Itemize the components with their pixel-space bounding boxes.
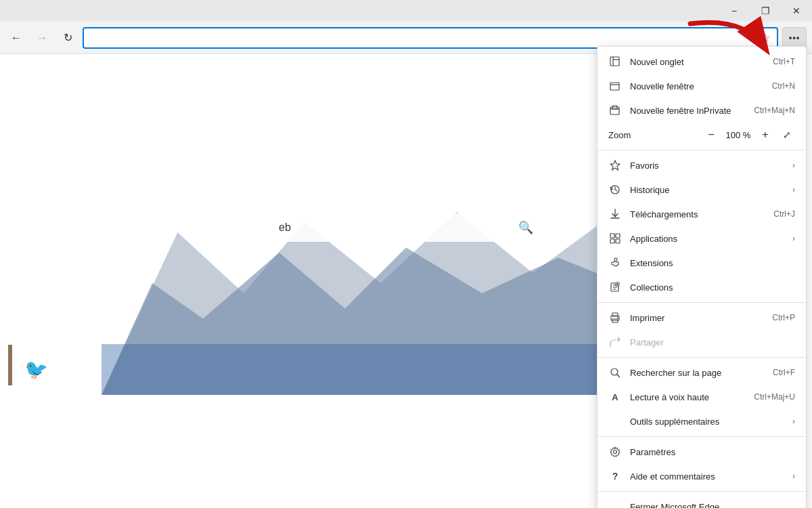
extensions-icon [608,256,622,270]
new-tab-shortcut: Ctrl+T [773,57,795,66]
new-tab-icon [608,55,622,68]
find-label: Rechercher sur la page [630,368,767,378]
svg-line-33 [617,375,620,377]
more-tools-label: Outils supplémentaires [630,417,787,427]
menu-item-applications[interactable]: Applications › [597,226,806,251]
search-box[interactable]: eb 🔍 [271,213,541,242]
svg-point-30 [617,317,618,318]
menu-item-find[interactable]: Rechercher sur la page Ctrl+F [597,360,806,385]
applications-arrow: › [792,234,795,243]
menu-divider-2 [597,302,806,303]
find-icon [608,366,622,379]
new-window-icon [608,79,622,93]
share-icon [608,335,622,349]
refresh-button[interactable]: ↻ [57,27,78,49]
close-edge-icon [608,500,622,508]
print-label: Imprimer [630,313,767,323]
menu-item-collections[interactable]: Collections [597,275,806,299]
menu-item-new-window[interactable]: Nouvelle fenêtre Ctrl+N [597,74,806,98]
zoom-value: 100 % [725,130,752,140]
menu-item-help[interactable]: ? Aide et commentaires › [597,464,806,488]
read-aloud-shortcut: Ctrl+Maj+U [754,392,795,402]
menu-item-more-tools[interactable]: Outils supplémentaires › [597,409,806,433]
menu-item-downloads[interactable]: Téléchargements Ctrl+J [597,202,806,226]
menu-divider-1 [597,150,806,150]
zoom-label: Zoom [608,130,703,140]
find-shortcut: Ctrl+F [773,368,795,377]
svg-rect-16 [610,234,614,238]
print-icon [608,311,622,324]
close-edge-label: Fermer Microsoft Edge [630,502,795,509]
collections-label: Collections [630,282,795,293]
new-private-shortcut: Ctrl+Maj+N [754,106,795,115]
more-button[interactable]: ••• [782,27,807,49]
history-icon [608,183,622,196]
settings-label: Paramètres [630,447,795,457]
favorites-arrow: › [792,161,795,170]
read-aloud-label: Lecture à voix haute [630,392,748,402]
history-arrow: › [792,185,795,194]
zoom-plus-button[interactable]: + [757,127,773,143]
svg-rect-19 [616,239,620,243]
red-arrow [683,14,771,68]
pier-post [8,345,12,385]
close-button[interactable]: ✕ [781,0,812,22]
menu-item-read-aloud[interactable]: A Lecture à voix haute Ctrl+Maj+U [597,385,806,409]
extensions-label: Extensions [630,258,795,268]
applications-icon [608,232,622,245]
back-button[interactable]: ← [5,27,27,49]
svg-rect-7 [610,83,619,90]
zoom-minus-button[interactable]: − [703,127,719,143]
search-input-text: eb [279,221,513,234]
menu-divider-3 [597,357,806,358]
svg-rect-9 [610,107,619,114]
history-label: Historique [630,185,787,195]
downloads-icon [608,207,622,221]
help-icon: ? [608,469,622,483]
menu-item-share: Partager [597,330,806,354]
menu-item-extensions[interactable]: Extensions [597,251,806,275]
address-bar[interactable]: ☆ [83,27,778,49]
zoom-expand-button[interactable]: ⤢ [779,127,795,143]
svg-rect-18 [610,239,614,243]
menu-item-favorites[interactable]: Favoris › [597,153,806,177]
help-label: Aide et commentaires [630,471,787,482]
menu-item-settings[interactable]: Paramètres [597,440,806,464]
share-label: Partager [630,337,795,347]
menu-divider-5 [597,491,806,492]
downloads-shortcut: Ctrl+J [773,209,795,219]
svg-rect-4 [610,57,619,66]
menu-divider-4 [597,436,806,437]
new-window-label: Nouvelle fenêtre [630,81,767,91]
new-private-icon [608,104,622,117]
applications-label: Applications [630,234,787,244]
downloads-label: Téléchargements [630,209,768,219]
favorites-icon [608,158,622,172]
menu-item-history[interactable]: Historique › [597,177,806,202]
menu-item-print[interactable]: Imprimer Ctrl+P [597,305,806,330]
print-shortcut: Ctrl+P [772,313,795,322]
settings-icon [608,445,622,459]
svg-point-34 [614,450,617,454]
new-private-label: Nouvelle fenêtre InPrivate [630,106,748,116]
svg-marker-12 [610,161,620,170]
seagull: 🐦 [24,358,48,381]
more-tools-icon [608,415,622,428]
new-window-shortcut: Ctrl+N [772,81,795,91]
zoom-controls: − 100 % + ⤢ [703,127,795,143]
svg-rect-17 [616,234,620,238]
menu-item-close-edge[interactable]: Fermer Microsoft Edge [597,494,806,508]
search-icon: 🔍 [518,220,533,235]
collections-icon [608,280,622,294]
search-box-container: eb 🔍 [271,213,541,242]
more-tools-arrow: › [792,417,795,426]
read-aloud-icon: A [608,390,622,404]
dropdown-menu: Nouvel onglet Ctrl+T Nouvelle fenêtre Ct… [597,46,807,508]
menu-item-new-private[interactable]: Nouvelle fenêtre InPrivate Ctrl+Maj+N [597,98,806,123]
more-icon: ••• [789,33,800,43]
help-arrow: › [792,471,795,481]
favorites-label: Favoris [630,161,787,171]
forward-button[interactable]: → [31,27,53,49]
zoom-row: Zoom − 100 % + ⤢ [597,123,806,147]
